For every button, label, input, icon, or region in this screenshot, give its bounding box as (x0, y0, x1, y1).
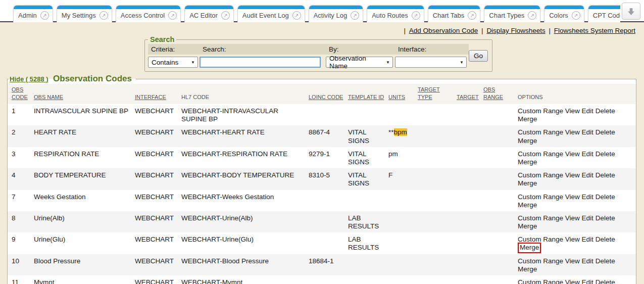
option-edit-link[interactable]: Edit (582, 235, 593, 243)
sort-link-units[interactable]: UNITS (388, 94, 405, 100)
external-link-icon[interactable]: ↗ (351, 11, 359, 20)
header-link-display-flowsheets[interactable]: Display Flowsheets (486, 27, 545, 34)
external-link-icon[interactable]: ↗ (528, 11, 536, 20)
link-separator: | (404, 27, 408, 34)
tab-chart-types[interactable]: Chart Types↗ (484, 5, 540, 22)
cell-loinc-code (309, 232, 348, 254)
obs-row-11: 11MvmntWEBCHARTWEBCHART-MvmntCustom Rang… (8, 275, 636, 284)
tab-label: AC Editor (189, 12, 218, 19)
option-custom-range-link[interactable]: Custom Range (518, 171, 563, 179)
option-custom-range-link[interactable]: Custom Range (518, 128, 563, 136)
sort-link-obs-code[interactable]: OBS CODE (12, 86, 28, 100)
option-view-link[interactable]: View (565, 150, 580, 158)
tab-colors[interactable]: Colors↗ (544, 5, 584, 22)
option-delete-link[interactable]: Delete (596, 128, 615, 136)
tab-cpt-codes[interactable]: CPT Codes↗ (588, 5, 620, 22)
tab-overflow-button[interactable] (622, 3, 640, 20)
option-edit-link[interactable]: Edit (582, 278, 593, 284)
option-delete-link[interactable]: Delete (596, 278, 615, 284)
option-custom-range-link[interactable]: Custom Range (518, 235, 563, 243)
option-delete-link[interactable]: Delete (596, 171, 615, 179)
option-view-link[interactable]: View (565, 235, 580, 243)
option-merge-link[interactable]: Merge (520, 244, 539, 251)
option-custom-range-link[interactable]: Custom Range (518, 193, 563, 201)
sort-link-obs-name[interactable]: OBS NAME (34, 94, 63, 100)
option-edit-link[interactable]: Edit (582, 214, 593, 222)
option-edit-link[interactable]: Edit (582, 150, 593, 158)
tab-my-settings[interactable]: My Settings↗ (57, 5, 112, 22)
option-delete-link[interactable]: Delete (596, 214, 615, 222)
option-view-link[interactable]: View (565, 107, 580, 115)
option-delete-link[interactable]: Delete (596, 235, 615, 243)
option-delete-link[interactable]: Delete (596, 107, 615, 115)
option-merge-link[interactable]: Merge (518, 201, 537, 209)
option-merge-link[interactable]: Merge (518, 179, 537, 187)
cell-hl7-code: WEBCHART-Urine(Alb) (181, 211, 309, 232)
option-custom-range-link[interactable]: Custom Range (518, 257, 563, 265)
option-edit-link[interactable]: Edit (582, 193, 593, 201)
option-delete-link[interactable]: Delete (596, 257, 615, 265)
external-link-icon[interactable]: ↗ (572, 11, 580, 20)
tab-admin[interactable]: Admin↗ (13, 5, 53, 22)
external-link-icon[interactable]: ↗ (412, 11, 420, 20)
external-link-icon[interactable]: ↗ (40, 11, 49, 20)
sort-link-target-type[interactable]: TARGET TYPE (418, 86, 440, 100)
option-view-link[interactable]: View (565, 128, 580, 136)
cell-hl7-code: WEBCHART-Blood Pressure (181, 254, 309, 275)
option-merge-link[interactable]: Merge (518, 265, 537, 273)
tab-label: Audit Event Log (242, 12, 289, 19)
option-custom-range-link[interactable]: Custom Range (518, 214, 563, 222)
option-merge-link[interactable]: Merge (518, 137, 537, 145)
option-merge-link[interactable]: Merge (518, 158, 537, 166)
option-custom-range-link[interactable]: Custom Range (518, 107, 563, 115)
option-merge-link[interactable]: Merge (518, 222, 537, 230)
cell-hl7-code: WEBCHART-Weeks Gestation (181, 190, 309, 211)
sort-link-interface[interactable]: INTERFACE (135, 94, 166, 100)
sort-link-obs-range[interactable]: OBS RANGE (483, 86, 503, 100)
option-view-link[interactable]: View (565, 214, 580, 222)
go-button[interactable]: Go (469, 50, 488, 62)
option-custom-range-link[interactable]: Custom Range (518, 150, 563, 158)
option-view-link[interactable]: View (565, 278, 580, 284)
tab-bar: Admin↗My Settings↗Access Control↗AC Edit… (0, 0, 644, 22)
option-merge-link[interactable]: Merge (518, 115, 537, 123)
external-link-icon[interactable]: ↗ (221, 11, 230, 20)
external-link-icon[interactable]: ↗ (292, 11, 301, 20)
cell-options: Custom Range View Edit Delete Merge (518, 232, 636, 254)
search-input[interactable] (200, 57, 321, 68)
option-delete-link[interactable]: Delete (596, 150, 615, 158)
option-view-link[interactable]: View (565, 171, 580, 179)
tab-accent-stripe (185, 6, 233, 9)
external-link-icon[interactable]: ↗ (168, 11, 177, 20)
header-link-flowsheets-system-report[interactable]: Flowsheets System Report (554, 27, 635, 34)
option-edit-link[interactable]: Edit (582, 107, 593, 115)
option-view-link[interactable]: View (565, 257, 580, 265)
tab-chart-tabs[interactable]: Chart Tabs↗ (428, 5, 481, 22)
tab-access-control[interactable]: Access Control↗ (116, 5, 181, 22)
cell-target-type (418, 147, 457, 168)
criteria-select[interactable]: Contains ▼ (148, 57, 198, 68)
sort-link-loinc-code[interactable]: LOINC CODE (309, 94, 343, 100)
tab-audit-event-log[interactable]: Audit Event Log↗ (237, 5, 305, 22)
tab-accent-stripe (544, 6, 584, 9)
hide-count-link[interactable]: Hide ( 5288 ) (10, 75, 48, 83)
option-edit-link[interactable]: Edit (582, 257, 593, 265)
option-view-link[interactable]: View (565, 193, 580, 201)
option-edit-link[interactable]: Edit (582, 171, 593, 179)
interface-select[interactable]: ▼ (395, 57, 467, 68)
tab-activity-log[interactable]: Activity Log↗ (309, 5, 363, 22)
external-link-icon[interactable]: ↗ (468, 11, 476, 20)
col-header-obs-range: OBS RANGE (483, 84, 518, 104)
external-link-icon[interactable]: ↗ (100, 11, 108, 20)
header-link-add-observation-code[interactable]: Add Observation Code (409, 27, 478, 34)
cell-obs-range (483, 232, 518, 254)
cell-target (457, 190, 483, 211)
option-delete-link[interactable]: Delete (596, 193, 615, 201)
option-edit-link[interactable]: Edit (582, 128, 593, 136)
tab-auto-routes[interactable]: Auto Routes↗ (367, 5, 424, 22)
by-select[interactable]: Observation Name ▼ (326, 57, 393, 68)
option-custom-range-link[interactable]: Custom Range (518, 278, 563, 284)
sort-link-target[interactable]: TARGET (457, 94, 479, 100)
sort-link-template-id[interactable]: TEMPLATE ID (348, 94, 384, 100)
tab-ac-editor[interactable]: AC Editor↗ (184, 5, 234, 22)
